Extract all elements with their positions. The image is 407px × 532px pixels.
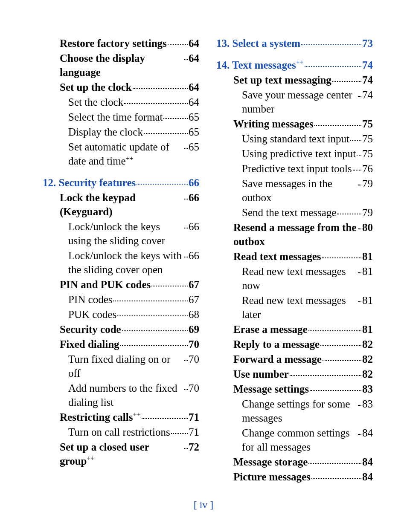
toc-label: Set automatic update of date and time++ (68, 140, 183, 168)
toc-label: Add numbers to the fixed dialing list (68, 381, 183, 409)
toc-leader (171, 433, 188, 434)
toc-entry[interactable]: Change settings for some messages83 (216, 397, 373, 425)
toc-entry[interactable]: Turn fixed dialing on or off70 (43, 352, 199, 380)
toc-entry[interactable]: Forward a message82 (216, 352, 373, 366)
toc-entry[interactable]: Message settings83 (216, 382, 373, 396)
toc-entry[interactable]: Read text messages81 (216, 249, 373, 263)
toc-page-number: 75 (362, 147, 373, 161)
toc-label: Using predictive text input (242, 147, 356, 161)
toc-entry[interactable]: PIN codes67 (43, 292, 199, 306)
toc-page-number: 67 (189, 292, 199, 306)
toc-entry[interactable]: Send the text message79 (216, 205, 373, 220)
toc-label: Select the time format (68, 110, 163, 124)
toc-page-number: 84 (362, 455, 373, 469)
toc-leader (358, 405, 361, 406)
toc-page-number: 74 (362, 58, 373, 72)
toc-label: Security code (60, 322, 121, 336)
toc-entry[interactable]: Fixed dialing70 (43, 337, 199, 351)
toc-label: PIN codes (68, 292, 112, 306)
toc-label: Resend a message from the outbox (233, 220, 357, 249)
toc-page-number: 65 (189, 140, 199, 154)
toc-entry[interactable]: 12. Security features 66 (43, 176, 199, 190)
toc-entry[interactable]: Security code69 (43, 322, 199, 336)
toc-entry[interactable]: Display the clock65 (43, 125, 199, 139)
toc-label: Turn fixed dialing on or off (68, 352, 183, 380)
toc-label: Save messages in the outbox (242, 176, 357, 205)
toc-page-number: 74 (362, 88, 373, 102)
toc-leader (358, 272, 361, 273)
toc-entry[interactable]: Set up text messaging74 (216, 73, 373, 87)
toc-label: Forward a message (233, 352, 322, 366)
toc-leader (184, 448, 188, 449)
toc-entry[interactable]: Add numbers to the fixed dialing list70 (43, 381, 199, 409)
toc-entry[interactable]: Set up a closed user group++72 (43, 440, 199, 468)
toc-label: PIN and PUK codes (60, 278, 151, 292)
toc-leader (113, 301, 188, 301)
toc-entry[interactable]: Using standard text input75 (216, 132, 373, 146)
toc-entry[interactable]: Set up the clock64 (43, 80, 199, 94)
toc-entry[interactable]: Restore factory settings64 (43, 36, 199, 50)
toc-leader (337, 214, 361, 214)
toc-page-number: 81 (362, 322, 373, 336)
toc-entry[interactable]: Turn on call restrictions71 (43, 425, 199, 439)
toc-leader (163, 118, 188, 119)
toc-page-number: 75 (362, 117, 373, 131)
toc-entry[interactable]: Reply to a message82 (216, 337, 373, 351)
toc-label: PUK codes (68, 307, 116, 321)
toc-label: Fixed dialing (60, 337, 119, 351)
toc-suffix: ++ (126, 155, 134, 162)
toc-entry[interactable]: Set the clock64 (43, 95, 199, 109)
toc-label: Save your message center number (242, 88, 357, 116)
toc-entry[interactable]: Lock/unlock the keys with the sliding co… (43, 249, 199, 277)
toc-page-number: 74 (362, 73, 373, 87)
toc-entry[interactable]: Lock the keypad (Keyguard)66 (43, 191, 199, 219)
toc-page-number: 81 (362, 264, 373, 278)
toc-label: Change common settings for all messages (242, 426, 357, 454)
toc-entry[interactable]: Save your message center number74 (216, 88, 373, 116)
toc-page-number: 67 (189, 278, 199, 292)
toc-entry[interactable]: Restricting calls++71 (43, 410, 199, 424)
toc-page-number: 84 (362, 426, 373, 440)
toc-entry[interactable]: PIN and PUK codes67 (43, 278, 199, 292)
toc-leader (358, 434, 361, 435)
toc-label: Set up text messaging (233, 73, 331, 87)
toc-entry[interactable]: Resend a message from the outbox80 (216, 220, 373, 249)
toc-label: Predictive text input tools (242, 162, 352, 176)
toc-entry[interactable]: Message storage84 (216, 455, 373, 469)
toc-entry[interactable]: Lock/unlock the keys using the sliding c… (43, 220, 199, 248)
toc-entry[interactable]: Choose the display language64 (43, 51, 199, 79)
toc-entry[interactable]: PUK codes68 (43, 307, 199, 321)
page-footer: [ iv ] (0, 499, 407, 511)
toc-leader (168, 44, 188, 45)
toc-page-number: 64 (189, 36, 199, 50)
toc-label: Read text messages (233, 249, 321, 263)
toc-leader (322, 257, 361, 258)
toc-entry[interactable]: Predictive text input tools76 (216, 162, 373, 176)
toc-leader (308, 330, 361, 331)
toc-entry[interactable]: Read new text messages now81 (216, 264, 373, 292)
toc-entry[interactable]: Save messages in the outbox79 (216, 176, 373, 205)
toc-entry[interactable]: Using predictive text input75 (216, 147, 373, 161)
toc-entry[interactable]: Read new text messages later81 (216, 293, 373, 321)
toc-entry[interactable]: Use number82 (216, 367, 373, 381)
toc-entry[interactable]: Change common settings for all messages8… (216, 426, 373, 454)
toc-page-number: 79 (362, 176, 373, 191)
toc-label: 13. Select a system (216, 36, 300, 50)
toc-entry[interactable]: 13. Select a system 73 (216, 36, 373, 50)
toc-entry[interactable]: Set automatic update of date and time++6… (43, 140, 199, 168)
toc-page-number: 75 (362, 132, 373, 146)
toc-label: Set the clock (68, 95, 123, 109)
toc-leader (358, 228, 361, 229)
toc-entry[interactable]: Erase a message81 (216, 322, 373, 336)
table-of-contents: Restore factory settings64Choose the dis… (0, 0, 407, 488)
toc-entry[interactable]: Picture messages84 (216, 470, 373, 484)
toc-leader (124, 103, 188, 104)
toc-entry[interactable]: Select the time format65 (43, 110, 199, 124)
toc-label: Read new text messages later (242, 293, 357, 321)
toc-entry[interactable]: Writing messages75 (216, 117, 373, 131)
toc-entry[interactable]: 14. Text messages++ 74 (216, 58, 373, 72)
toc-leader (350, 140, 361, 141)
toc-label: Message settings (233, 382, 309, 396)
toc-leader (137, 184, 188, 185)
toc-page-number: 76 (362, 162, 373, 176)
